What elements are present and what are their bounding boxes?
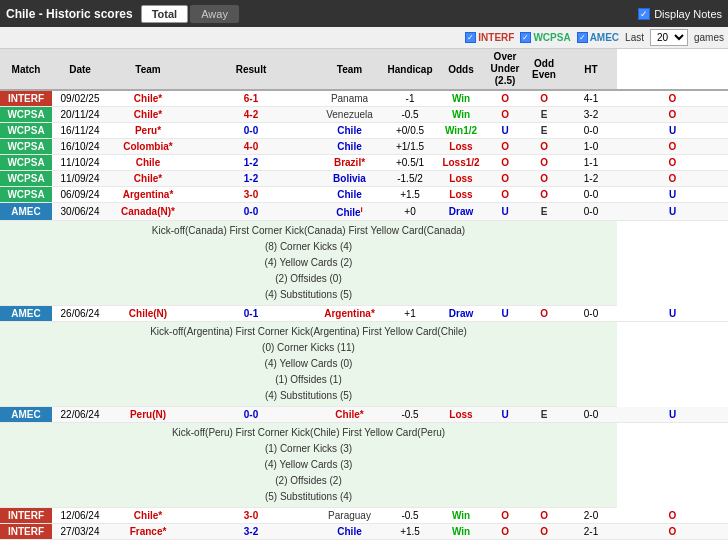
expand-cell: Kick-off(Canada) First Corner Kick(Canad… [0, 221, 617, 306]
row-odds: Win [435, 508, 487, 524]
row-result: 0-0 [188, 407, 314, 423]
row-team2: Chile [314, 139, 385, 155]
display-notes-label: Display Notes [654, 8, 722, 20]
wcpsa-checkbox[interactable]: ✓ [520, 32, 531, 43]
table-row: INTERF27/03/24France*3-2Chile+1.5WinOO2-… [0, 524, 728, 540]
row-odd-even: O [523, 171, 565, 187]
row-over-under: O [487, 90, 523, 107]
row-odds: Win [435, 90, 487, 107]
row-team1: Chile* [108, 90, 188, 107]
amec-checkbox[interactable]: ✓ [577, 32, 588, 43]
row-result: 0-1 [188, 306, 314, 322]
row-odds: Loss [435, 171, 487, 187]
row-over-under: O [487, 139, 523, 155]
row-odd-even: O [523, 524, 565, 540]
filter-wcpsa[interactable]: ✓ WCPSA [520, 32, 570, 43]
row-ht: 0-0 [565, 203, 617, 221]
tab-total[interactable]: Total [141, 5, 188, 23]
row-ht: 0-0 [565, 306, 617, 322]
row-result: 4-0 [188, 139, 314, 155]
expand-cell: Kick-off(Peru) First Corner Kick(Chile) … [0, 423, 617, 508]
row-over-under2: O [617, 139, 728, 155]
row-type: INTERF [0, 508, 52, 524]
row-over-under: U [487, 407, 523, 423]
row-handicap: +1.5 [385, 187, 435, 203]
row-ht: 1-0 [565, 139, 617, 155]
page-title: Chile - Historic scores [6, 7, 133, 21]
interf-checkbox[interactable]: ✓ [465, 32, 476, 43]
row-over-under2: O [617, 508, 728, 524]
row-over-under2: O [617, 171, 728, 187]
row-odd-even: E [523, 203, 565, 221]
table-row: AMEC26/06/24Chile(N)0-1Argentina*+1DrawU… [0, 306, 728, 322]
row-team2: Argentina* [314, 306, 385, 322]
row-ht: 2-1 [565, 524, 617, 540]
games-label: games [694, 32, 724, 43]
row-odd-even: E [523, 107, 565, 123]
row-type: INTERF [0, 524, 52, 540]
row-type: WCPSA [0, 171, 52, 187]
row-result: 6-1 [188, 90, 314, 107]
row-team2: Panama [314, 90, 385, 107]
row-result: 3-0 [188, 508, 314, 524]
row-date: 22/06/24 [52, 407, 108, 423]
row-odd-even: O [523, 306, 565, 322]
col-odds: Odds [435, 49, 487, 90]
app-container: Chile - Historic scores Total Away ✓ Dis… [0, 0, 728, 540]
filter-interf[interactable]: ✓ INTERF [465, 32, 514, 43]
header: Chile - Historic scores Total Away ✓ Dis… [0, 0, 728, 27]
row-ht: 0-0 [565, 187, 617, 203]
last-label: Last [625, 32, 644, 43]
row-date: 09/02/25 [52, 90, 108, 107]
row-over-under: U [487, 203, 523, 221]
row-result: 1-2 [188, 155, 314, 171]
row-team1: Peru(N) [108, 407, 188, 423]
display-notes-checkbox[interactable]: ✓ [638, 8, 650, 20]
row-ht: 1-2 [565, 171, 617, 187]
row-odds: Draw [435, 306, 487, 322]
row-odds: Loss [435, 407, 487, 423]
last-select[interactable]: 20 10 30 [650, 29, 688, 46]
row-team2: Bolivia [314, 171, 385, 187]
row-team2: Chile [314, 123, 385, 139]
row-odd-even: E [523, 123, 565, 139]
table-row: WCPSA11/10/24Chile1-2Brazil*+0.5/1Loss1/… [0, 155, 728, 171]
row-over-under2: U [617, 187, 728, 203]
row-over-under2: O [617, 90, 728, 107]
row-over-under2: U [617, 123, 728, 139]
col-handicap: Handicap [385, 49, 435, 90]
row-ht: 0-0 [565, 407, 617, 423]
display-notes[interactable]: ✓ Display Notes [638, 8, 722, 20]
row-ht: 0-0 [565, 123, 617, 139]
tab-away[interactable]: Away [190, 5, 239, 23]
col-result: Result [188, 49, 314, 90]
row-date: 16/10/24 [52, 139, 108, 155]
row-odd-even: O [523, 155, 565, 171]
row-ht: 2-0 [565, 508, 617, 524]
row-over-under: O [487, 524, 523, 540]
row-ht: 1-1 [565, 155, 617, 171]
row-odds: Win [435, 524, 487, 540]
row-team2: Venezuela [314, 107, 385, 123]
row-date: 11/09/24 [52, 171, 108, 187]
col-oe: OddEven [523, 49, 565, 90]
row-type: WCPSA [0, 187, 52, 203]
filter-amec[interactable]: ✓ AMEC [577, 32, 619, 43]
table-row: WCPSA16/11/24Peru*0-0Chile+0/0.5Win1/2UE… [0, 123, 728, 139]
row-over-under2: O [617, 155, 728, 171]
scores-table: Match Date Team Result Team Handicap Odd… [0, 49, 728, 540]
row-team2: Chile [314, 187, 385, 203]
expand-row: Kick-off(Peru) First Corner Kick(Chile) … [0, 423, 728, 508]
row-over-under: O [487, 508, 523, 524]
row-type: AMEC [0, 203, 52, 221]
expand-row: Kick-off(Argentina) First Corner Kick(Ar… [0, 322, 728, 407]
row-result: 4-2 [188, 107, 314, 123]
table-row: AMEC22/06/24Peru(N)0-0Chile*-0.5LossUE0-… [0, 407, 728, 423]
row-team1: Chile(N) [108, 306, 188, 322]
row-team1: France* [108, 524, 188, 540]
row-over-under: O [487, 155, 523, 171]
row-ht: 4-1 [565, 90, 617, 107]
row-type: WCPSA [0, 155, 52, 171]
row-team1: Chile* [108, 171, 188, 187]
col-team2: Team [314, 49, 385, 90]
